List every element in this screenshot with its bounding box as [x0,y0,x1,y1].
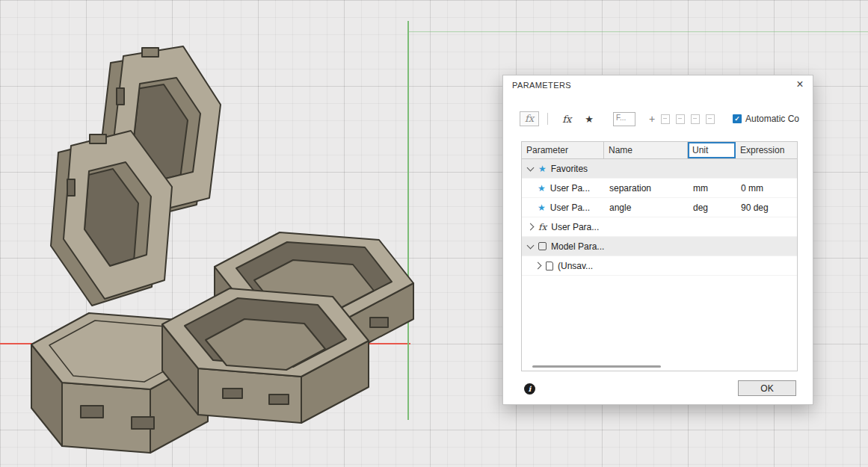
param-unit-cell[interactable]: mm [688,183,736,194]
table-row-separation[interactable]: ★ User Pa... separation mm 0 mm [522,179,797,198]
add-user-parameter-button[interactable]: fx [562,114,576,125]
info-icon[interactable]: i [524,383,535,395]
favorite-star-icon[interactable]: ★ [538,202,546,213]
param-name-cell[interactable]: separation [604,183,688,194]
dialog-title: PARAMETERS [512,81,571,90]
table-row-model-parameters[interactable]: Model Para... [522,237,797,256]
favorite-star-icon: ★ [538,164,547,174]
column-header-unit[interactable]: Unit [688,142,736,158]
export-parameters-icon[interactable] [706,114,715,124]
param-expression-cell[interactable]: 0 mm [736,183,797,194]
horizontal-scrollbar[interactable] [523,365,795,368]
toolbar-separator [547,113,548,125]
model-cube-icon [538,242,547,250]
document-icon [546,262,553,270]
table-row-unsaved-document[interactable]: (Unsav... [522,256,797,276]
param-unit-cell[interactable]: deg [688,202,736,213]
table-row-favorites[interactable]: ★ Favorites [522,159,797,179]
chevron-right-icon[interactable] [527,223,535,231]
row-label: Model Para... [551,241,604,252]
favorite-star-icon[interactable]: ★ [538,183,546,194]
delete-parameter-icon[interactable] [676,114,685,124]
row-label: (Unsav... [558,261,593,271]
row-label: User Para... [551,222,599,232]
row-label: User Pa... [550,183,590,194]
parameters-table: Parameter Name Unit Expression ★ Favorit… [521,141,798,371]
hex-tray-front [162,288,369,423]
fx-icon: fx [538,222,547,232]
automatic-compute-checkbox[interactable]: ✓ [733,114,742,123]
chevron-down-icon[interactable] [527,164,535,171]
copy-parameter-icon[interactable] [661,114,670,124]
import-parameters-icon[interactable] [691,114,700,124]
scrollbar-thumb[interactable] [532,365,661,368]
table-header: Parameter Name Unit Expression [522,142,797,159]
column-header-name[interactable]: Name [604,142,688,158]
ok-button[interactable]: OK [738,380,796,396]
table-row-angle[interactable]: ★ User Pa... angle deg 90 deg [522,198,797,217]
param-expression-cell[interactable]: 90 deg [736,202,797,213]
column-header-expression[interactable]: Expression [736,142,797,158]
hex-box-model[interactable] [0,0,523,467]
param-name-cell[interactable]: angle [604,202,688,213]
fx-parameters-button[interactable]: fx [520,111,539,126]
row-label: Favorites [551,164,588,174]
favorites-filter-star-icon[interactable]: ★ [585,114,594,125]
column-header-parameter[interactable]: Parameter [522,142,604,158]
row-label: User Pa... [550,202,590,213]
automatic-compute-label: Automatic Co [745,114,799,124]
filter-input[interactable]: F... [613,112,635,126]
add-parameter-icon[interactable]: + [649,113,655,125]
table-row-user-parameters[interactable]: fx User Para... [522,217,797,237]
chevron-right-icon[interactable] [535,262,542,270]
parameters-toolbar: fx fx ★ F... + ✓ Automatic Co [520,108,799,129]
close-icon[interactable]: × [793,78,807,91]
chevron-down-icon[interactable] [527,241,535,249]
parameters-dialog: PARAMETERS × fx fx ★ F... + ✓ Automatic … [502,75,813,405]
